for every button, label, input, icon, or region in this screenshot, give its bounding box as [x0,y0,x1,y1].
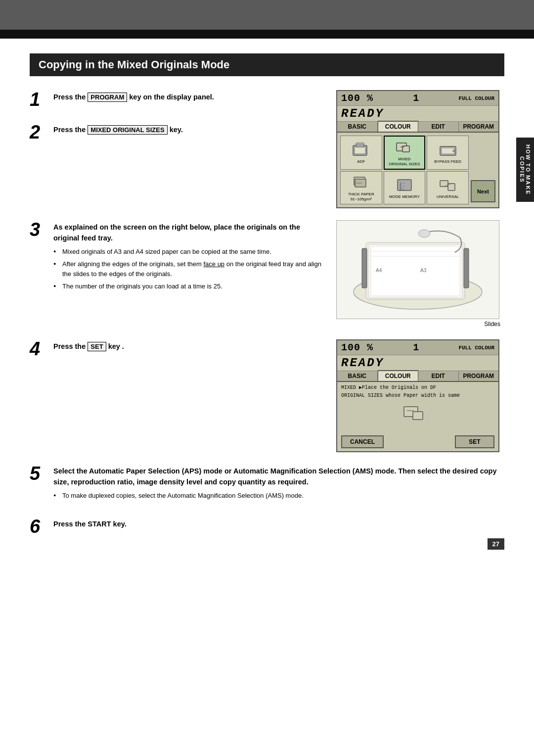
lcd1-adf-label: ADF [357,159,365,164]
lcd1-next-label: Next [477,189,489,194]
bypass-icon [439,142,457,159]
lcd1-ready: READY [337,106,498,122]
svg-rect-27 [464,248,469,288]
lcd1-icon-thick[interactable]: THICK PAPER91~105g/m² [340,171,382,204]
step-3-bullet-3: The number of the originals you can load… [53,282,321,291]
lcd2-cancel-button[interactable]: CANCEL [341,435,384,448]
lcd2-info: MIXED ▶Place the Originals on DF ORIGINA… [337,382,498,402]
step-2-number: 2 [30,123,46,142]
set-key: SET [88,342,106,351]
svg-text:A3: A3 [420,268,427,273]
lcd2-top-bar: 100 % 1 FULL COLOUR [337,340,498,355]
lcd2-set-button[interactable]: SET [455,435,494,448]
mixed-original-sizes-key: MIXED ORIGINAL SIZES [88,125,167,135]
lcd2-line1: MIXED ▶Place the Originals on DF [341,384,494,392]
lcd1-percent: 100 % [341,93,373,104]
svg-point-28 [418,230,430,237]
slide-illustration: A4 A3 [336,220,499,319]
program-key: PROGRAM [88,93,127,102]
lcd1-mode-memory-label: MODE MEMORY [389,194,420,199]
step-4-number: 4 [30,339,46,358]
step-1-number: 1 [30,90,46,109]
section-title-text: Copying in the Mixed Originals Mode [39,58,229,71]
lcd1-tab-colour[interactable]: COLOUR [378,121,419,132]
step-4: 4 Press the SET key . [30,339,321,358]
lcd1-icon-adf[interactable]: ADF [340,136,382,170]
step-3-number: 3 [30,220,46,239]
lcd2-ready: READY [337,355,498,371]
svg-rect-32 [413,412,423,420]
step-6-instruction: Press the START key. [53,519,504,530]
adf-icon [352,142,370,159]
lcd1-tab-program[interactable]: PROGRAM [459,122,499,132]
thick-paper-icon [352,174,370,192]
mode-memory-icon: 1→ 2→ 3→ [396,177,413,194]
lcd1-count: 1 [413,93,419,104]
lcd2-tab-program[interactable]: PROGRAM [459,371,499,381]
lcd1-thick-label: THICK PAPER91~105g/m² [348,192,374,201]
lcd2-percent: 100 % [341,342,373,353]
lcd2-mixed-icon-svg [403,405,433,429]
section-title: Copying in the Mixed Originals Mode [30,53,504,76]
svg-rect-26 [362,248,367,288]
step-2-instruction: Press the MIXED ORIGINAL SIZES key. [53,125,321,136]
lcd1-mixed-label: MIXEDORIGINAL SIZES [389,157,420,166]
svg-rect-17 [440,181,448,187]
mixed-icon [396,139,413,157]
step-3-bullet-2: After aligning the edges of the original… [53,259,321,279]
step-6-number: 6 [30,517,46,536]
lcd2-tab-edit[interactable]: EDIT [418,371,459,381]
lcd2-buttons: CANCEL SET [337,432,498,451]
svg-rect-23 [371,246,460,296]
svg-rect-1 [355,147,365,154]
step-5-bullet-1: To make duplexed copies, select the Auto… [53,491,504,501]
lcd1-icon-universal[interactable]: UNIVERSAL [427,171,469,204]
step-5-bullets: To make duplexed copies, select the Auto… [53,491,504,501]
black-bar [0,30,534,39]
step-3-bullets: Mixed originals of A3 and A4 sized paper… [53,247,321,292]
lcd1-tab-edit[interactable]: EDIT [418,122,459,132]
feed-tray-svg: A4 A3 [341,223,494,317]
lcd1-icon-mixed[interactable]: MIXEDORIGINAL SIZES [384,136,426,170]
lcd1-tabs: BASIC COLOUR EDIT PROGRAM [337,122,498,133]
page-number: 27 [488,538,504,550]
lcd1-tab-basic[interactable]: BASIC [337,122,378,132]
step-4-instruction: Press the SET key . [53,341,321,352]
lcd1-bypass-label: BYPASS FEED [434,159,461,164]
step-3: 3 As explained on the screen on the righ… [30,220,321,294]
lcd2-tabs: BASIC COLOUR EDIT PROGRAM [337,371,498,382]
lcd2-line2: ORIGINAL SIZES whose Paper width is same [341,392,494,400]
step-3-instruction: As explained on the screen on the right … [53,222,321,244]
lcd1-next-button[interactable]: Next [471,180,495,202]
lcd2-mode: FULL COLOUR [458,345,494,351]
step-6: 6 Press the START key. [30,517,504,536]
step-5-number: 5 [30,464,46,483]
lcd2-icon-area [337,402,498,432]
lcd1-mode: FULL COLOUR [458,95,494,101]
step-3-bullet-1: Mixed originals of A3 and A4 sized paper… [53,247,321,257]
lcd1-icon-mode-memory[interactable]: 1→ 2→ 3→ MODE MEMORY [384,171,426,204]
lcd1-universal-label: UNIVERSAL [437,194,459,199]
step-5: 5 Select the Automatic Paper Selection (… [30,464,504,503]
svg-text:3→: 3→ [400,188,405,191]
lcd-screen-2: 100 % 1 FULL COLOUR READY BASIC COLOUR E… [336,339,499,452]
sidebar-label: HOW TO MAKE COPIES [516,138,534,202]
lcd2-tab-colour[interactable]: COLOUR [378,370,419,381]
slide-caption: Slides [336,321,504,328]
lcd1-icon-bypass[interactable]: BYPASS FEED [427,136,469,170]
svg-text:A4: A4 [376,268,382,273]
step-1: 1 Press the PROGRAM key on the display p… [30,90,321,109]
top-decorative-bar [0,0,534,30]
universal-icon [439,177,457,194]
lcd2-count: 1 [413,342,419,353]
lcd-screen-1: 100 % 1 FULL COLOUR READY BASIC COLOUR E… [336,90,499,208]
step-1-instruction: Press the PROGRAM key on the display pan… [53,92,321,103]
sidebar-label-text: HOW TO MAKE COPIES [519,142,531,197]
lcd2-tab-basic[interactable]: BASIC [337,371,378,381]
lcd1-top-bar: 100 % 1 FULL COLOUR [337,91,498,106]
step-2: 2 Press the MIXED ORIGINAL SIZES key. [30,123,321,142]
step-5-instruction: Select the Automatic Paper Selection (AP… [53,466,504,488]
